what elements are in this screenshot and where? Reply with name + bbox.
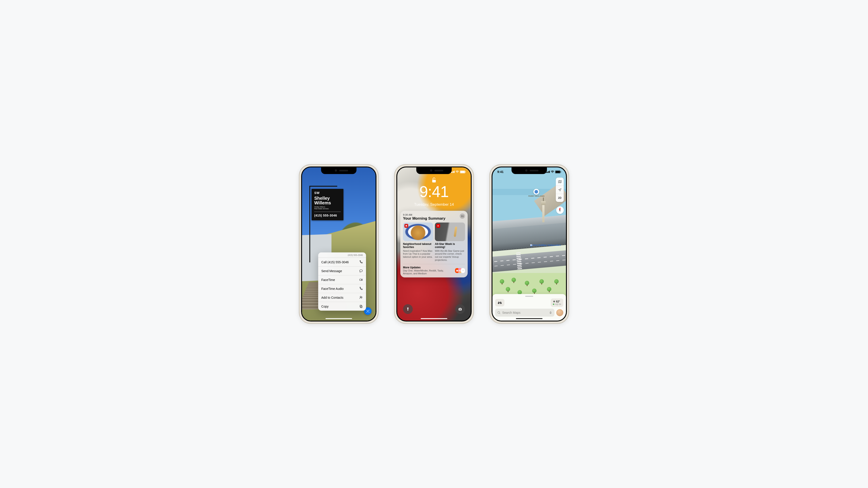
yelp-app-icon: ✱ bbox=[404, 224, 408, 228]
maps-bottom-sheet[interactable]: ☀︎62° AQI 34 Search Maps bbox=[492, 294, 566, 321]
realestate-sign: SW ShelleyWillems Shelley WillemsReal Es… bbox=[312, 189, 343, 220]
notch bbox=[321, 167, 356, 174]
locate-me-button[interactable] bbox=[556, 186, 564, 194]
svg-rect-2 bbox=[360, 306, 362, 308]
menu-item-call[interactable]: Call (415) 555-3046 bbox=[318, 258, 366, 267]
svg-point-8 bbox=[552, 173, 553, 173]
menu-item-facetime-audio[interactable]: FaceTime Audio bbox=[318, 284, 366, 293]
svg-point-4 bbox=[457, 173, 458, 173]
summary-timestamp: 9:30 AM bbox=[403, 213, 445, 216]
flashlight-icon bbox=[406, 307, 410, 311]
summary-tile-espn[interactable]: E All-Star Week is coming! With the All-… bbox=[435, 222, 465, 262]
weather-pill[interactable]: ☀︎62° AQI 34 bbox=[551, 299, 563, 307]
wifi-icon bbox=[551, 171, 554, 173]
notch bbox=[512, 167, 547, 174]
espn-app-icon: E bbox=[436, 224, 440, 228]
camera-icon bbox=[458, 307, 462, 311]
svg-rect-15 bbox=[550, 311, 551, 313]
notch bbox=[416, 167, 452, 174]
context-menu-header: (415) 555-3046 bbox=[318, 252, 366, 258]
lock-time: 9:41 bbox=[397, 183, 471, 201]
ferry-building-tower bbox=[541, 198, 546, 222]
svg-point-14 bbox=[498, 311, 500, 313]
phone-maps: �⁠⁠⁠⁠⁠⁠⁠⁠⁠⁠⁠⁠⁠⁠⁠⁠⁠⁠⁠⁠⁠⁠⁠⁠⁠⁠⁠⁠⁠⁠⁠⁠⁠⁠⁠⁠⁠⁠⁠… bbox=[489, 164, 569, 324]
lock-date: Tuesday, September 14 bbox=[397, 202, 471, 207]
menu-item-add-contact[interactable]: Add to Contacts bbox=[318, 293, 366, 302]
more-apps-icons: ◉sty· bbox=[455, 268, 465, 273]
notification-summary-card[interactable]: 9:30 AM Your Morning Summary 11 ✱ Neighb… bbox=[400, 211, 468, 277]
sheet-grabber[interactable] bbox=[525, 296, 533, 297]
mic-icon[interactable] bbox=[549, 311, 552, 314]
search-icon bbox=[497, 311, 501, 314]
summary-more-updates[interactable]: More Updates Day One, WaterMinder, Reddi… bbox=[403, 264, 465, 275]
sun-icon: ☀︎ bbox=[553, 300, 555, 303]
search-placeholder: Search Maps bbox=[502, 311, 520, 314]
home-indicator[interactable] bbox=[421, 318, 447, 319]
user-avatar[interactable] bbox=[556, 309, 563, 316]
menu-item-facetime[interactable]: FaceTime bbox=[318, 275, 366, 284]
svg-rect-0 bbox=[360, 279, 362, 280]
phone-icon bbox=[359, 287, 363, 291]
svg-rect-12 bbox=[500, 302, 501, 302]
sign-monogram: SW bbox=[314, 191, 341, 194]
menu-item-message[interactable]: Send Message bbox=[318, 267, 366, 275]
camera-button[interactable] bbox=[455, 304, 465, 314]
transit-station-label[interactable]: �⁠⁠⁠⁠⁠⁠⁠⁠⁠⁠⁠⁠⁠⁠⁠⁠⁠⁠⁠⁠⁠⁠⁠⁠⁠⁠⁠⁠⁠⁠⁠⁠⁠⁠⁠⁠⁠⁠⁠… bbox=[530, 244, 561, 246]
copy-icon bbox=[359, 304, 363, 308]
wifi-icon bbox=[456, 171, 459, 173]
phone-lock-screen: 9:41 Tuesday, September 14 9:30 AM Your … bbox=[394, 164, 474, 324]
status-time: 9:41 bbox=[497, 170, 503, 174]
svg-rect-11 bbox=[498, 302, 499, 302]
summary-title: Your Morning Summary bbox=[403, 216, 445, 221]
svg-point-7 bbox=[460, 309, 461, 310]
battery-icon bbox=[460, 171, 466, 173]
contact-add-icon bbox=[359, 296, 363, 299]
svg-point-1 bbox=[360, 296, 361, 298]
sign-agent-last: Willems bbox=[314, 201, 331, 205]
video-icon bbox=[359, 278, 363, 282]
phone-number-context-menu: (415) 555-3046 Call (415) 555-3046 Send … bbox=[318, 252, 366, 311]
maps-search-field[interactable]: Search Maps bbox=[495, 309, 554, 316]
menu-item-copy[interactable]: Copy bbox=[318, 302, 366, 311]
message-icon bbox=[359, 269, 363, 273]
battery-icon bbox=[555, 171, 561, 173]
sign-phone: (415) 555-3046 bbox=[314, 214, 341, 217]
summary-tile-yelp[interactable]: ✱ Neighborhood takeout favorites Need in… bbox=[403, 222, 433, 262]
live-text-icon bbox=[366, 309, 370, 313]
flashlight-button[interactable] bbox=[403, 304, 413, 314]
home-indicator[interactable] bbox=[326, 318, 352, 319]
phone-icon bbox=[359, 260, 363, 264]
svg-rect-13 bbox=[499, 302, 500, 303]
svg-rect-5 bbox=[432, 180, 436, 182]
phone-live-text: SW ShelleyWillems Shelley WillemsReal Es… bbox=[299, 164, 379, 324]
poi-pin-ferry-building[interactable]: FERRY BUILDING bbox=[528, 189, 545, 197]
2d-3d-toggle[interactable]: 2D bbox=[556, 194, 564, 202]
sign-agent-first: Shelley bbox=[314, 196, 330, 201]
svg-rect-3 bbox=[360, 305, 362, 307]
map-mode-button[interactable] bbox=[556, 178, 564, 186]
look-around-button[interactable] bbox=[495, 299, 504, 306]
home-indicator[interactable] bbox=[516, 318, 542, 319]
map-controls: 2D bbox=[556, 178, 564, 202]
compass-button[interactable]: E bbox=[556, 206, 564, 214]
summary-count-badge: 11 bbox=[460, 213, 465, 219]
